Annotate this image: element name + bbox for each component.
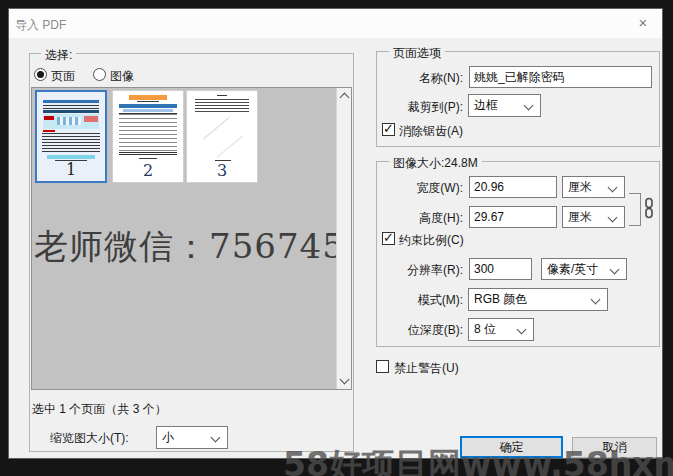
chevron-down-icon xyxy=(608,213,618,223)
radio-images-label[interactable]: 图像 xyxy=(110,68,134,85)
width-label: 宽度(W): xyxy=(373,180,463,197)
close-icon[interactable]: × xyxy=(626,9,660,37)
antialias-checkbox[interactable]: ✓ xyxy=(382,123,395,136)
title-bar[interactable]: 导入 PDF × xyxy=(9,9,662,38)
link-chain-icon xyxy=(643,197,655,219)
depth-label: 位深度(B): xyxy=(373,322,463,339)
thumb-size-label: 缩览图大小(T): xyxy=(50,430,129,447)
radio-dot xyxy=(37,71,44,78)
dimension-link-bracket xyxy=(629,193,641,226)
check-icon: ✓ xyxy=(383,121,394,136)
screen: { "window": { "title": "导入 PDF", "close_… xyxy=(0,0,673,476)
chevron-down-icon xyxy=(608,183,618,193)
suppress-warnings-checkbox[interactable] xyxy=(376,360,389,373)
mode-label: 模式(M): xyxy=(373,292,463,309)
radio-images[interactable] xyxy=(93,68,106,81)
scroll-down-icon[interactable] xyxy=(340,375,350,385)
mode-dropdown[interactable]: RGB 颜色 xyxy=(468,288,608,311)
cancel-button[interactable]: 取消 xyxy=(572,437,657,458)
width-unit-value: 厘米 xyxy=(568,179,592,196)
image-size-legend: 图像大小:24.8M xyxy=(389,155,482,172)
check-icon: ✓ xyxy=(383,230,394,245)
height-unit-dropdown[interactable]: 厘米 xyxy=(562,206,625,228)
mode-value: RGB 颜色 xyxy=(474,291,527,308)
page-3-number: 3 xyxy=(187,161,257,180)
thumbnail-page-3[interactable]: 3 xyxy=(186,90,258,183)
panel-watermark: 老师微信：756745902 xyxy=(34,224,352,270)
thumb-size-dropdown[interactable]: 小 xyxy=(156,426,228,449)
select-group-legend: 选择: xyxy=(41,47,76,64)
height-unit-value: 厘米 xyxy=(568,209,592,226)
depth-value: 8 位 xyxy=(474,321,496,338)
chevron-down-icon xyxy=(610,265,620,275)
ok-button[interactable]: 确定 xyxy=(460,436,563,458)
resolution-label: 分辨率(R): xyxy=(373,262,463,279)
dialog-title: 导入 PDF xyxy=(15,17,66,34)
selection-status: 选中 1 个页面（共 3 个） xyxy=(32,401,167,418)
page-3-preview xyxy=(191,94,253,114)
crop-value: 边框 xyxy=(474,97,498,114)
suppress-warnings-label[interactable]: 禁止警告(U) xyxy=(394,360,459,377)
width-input[interactable] xyxy=(469,176,557,198)
height-input[interactable] xyxy=(469,206,557,228)
chevron-down-icon xyxy=(211,433,221,443)
crop-label: 裁剪到(P): xyxy=(373,99,463,116)
page-2-number: 2 xyxy=(113,161,183,180)
constrain-checkbox[interactable]: ✓ xyxy=(382,232,395,245)
name-label: 名称(N): xyxy=(373,70,463,87)
thumbnail-page-2[interactable]: 2 xyxy=(112,90,184,183)
depth-dropdown[interactable]: 8 位 xyxy=(468,318,534,341)
page-1-number: 1 xyxy=(37,160,105,179)
antialias-label[interactable]: 消除锯齿(A) xyxy=(399,123,463,140)
page-options-legend: 页面选项 xyxy=(389,45,445,62)
chevron-down-icon xyxy=(524,101,534,111)
height-label: 高度(H): xyxy=(373,210,463,227)
resolution-input[interactable] xyxy=(469,258,532,280)
chevron-down-icon xyxy=(517,325,527,335)
name-input[interactable] xyxy=(469,66,652,88)
width-unit-dropdown[interactable]: 厘米 xyxy=(562,176,625,198)
radio-pages[interactable] xyxy=(34,68,47,81)
thumbnail-page-1[interactable]: 1 xyxy=(35,90,107,183)
chevron-down-icon xyxy=(591,295,601,305)
crop-dropdown[interactable]: 边框 xyxy=(468,94,541,117)
scroll-up-icon[interactable] xyxy=(340,93,350,103)
radio-pages-label[interactable]: 页面 xyxy=(51,68,75,85)
import-pdf-dialog: 导入 PDF × 选择: 页面 图像 xyxy=(8,8,663,459)
page-2-preview xyxy=(117,94,179,164)
page-1-preview xyxy=(41,95,101,164)
resolution-unit-dropdown[interactable]: 像素/英寸 xyxy=(541,258,627,280)
thumbnail-panel: 1 2 3 xyxy=(31,87,352,390)
constrain-label[interactable]: 约束比例(C) xyxy=(399,232,464,249)
thumbnail-scrollbar[interactable] xyxy=(336,88,351,389)
resolution-unit-value: 像素/英寸 xyxy=(547,261,598,278)
thumb-size-value: 小 xyxy=(162,429,174,446)
